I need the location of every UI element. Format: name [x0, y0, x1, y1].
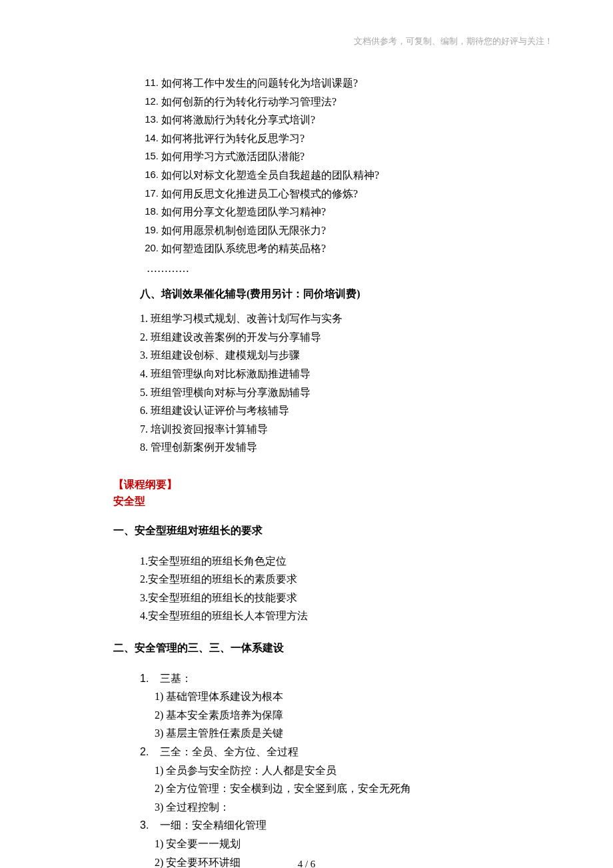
list-item: 15.如何用学习方式激活团队潜能?: [140, 148, 553, 165]
list-item-text: 如何用反思文化推进员工心智模式的修炼?: [161, 185, 358, 203]
list-item: 3. 班组建设创标、建模规划与步骤: [140, 347, 553, 364]
list-item-number: 20.: [140, 240, 161, 257]
list-item: 19.如何用愿景机制创造团队无限张力?: [140, 222, 553, 239]
list-item-number: 11.: [140, 75, 161, 92]
group-number: 3.: [140, 817, 149, 834]
group-sub-item: 1) 全员参与安全防控：人人都是安全员: [155, 762, 553, 779]
ellipsis-line: …………: [147, 260, 553, 277]
list-item-number: 19.: [140, 222, 161, 239]
page-content: 11.如何将工作中发生的问题转化为培训课题?12.如何创新的行为转化行动学习管理…: [113, 75, 553, 868]
list-item: 7. 培训投资回报率计算辅导: [140, 421, 553, 438]
list-item: 18.如何用分享文化塑造团队学习精神?: [140, 203, 553, 221]
section7-list: 11.如何将工作中发生的问题转化为培训课题?12.如何创新的行为转化行动学习管理…: [140, 75, 553, 257]
section8-list: 1. 班组学习模式规划、改善计划写作与实务2. 班组建设改善案例的开发与分享辅导…: [140, 310, 553, 456]
list-item: 13.如何将激励行为转化分享式培训?: [140, 111, 553, 129]
course-outline-label: 【课程纲要】: [113, 476, 553, 493]
heading-1-list: 1.安全型班组的班组长角色定位2.安全型班组的班组长的素质要求3.安全型班组的班…: [140, 553, 553, 625]
list-item-text: 如何用愿景机制创造团队无限张力?: [161, 222, 326, 239]
list-item-number: 16.: [140, 167, 161, 184]
group-sub-item: 3) 全过程控制：: [155, 799, 553, 816]
list-item-text: 如何用学习方式激活团队潜能?: [161, 148, 305, 165]
course-outline-sub: 安全型: [113, 493, 553, 510]
group-sub-item: 1) 基础管理体系建设为根本: [155, 688, 553, 705]
list-item-number: 13.: [140, 111, 161, 129]
group-sub-item: 1) 安全要一一规划: [155, 835, 553, 853]
heading-2: 二、安全管理的三、三、一体系建设: [113, 639, 553, 657]
page-number: 4 / 6: [0, 856, 613, 868]
list-item: 6. 班组建设认证评价与考核辅导: [140, 402, 553, 419]
list-item-number: 12.: [140, 93, 161, 111]
list-item-text: 如何以对标文化塑造全员自我超越的团队精神?: [161, 167, 379, 184]
list-item: 3.安全型班组的班组长的技能要求: [140, 589, 553, 607]
list-item: 8. 管理创新案例开发辅导: [140, 439, 553, 456]
list-item-number: 15.: [140, 148, 161, 165]
list-item-number: 18.: [140, 203, 161, 221]
list-item-text: 如何用分享文化塑造团队学习精神?: [161, 203, 326, 221]
list-item: 20.如何塑造团队系统思考的精英品格?: [140, 240, 553, 257]
list-item: 4. 班组管理纵向对比标激励推进辅导: [140, 365, 553, 383]
list-item: 5. 班组管理横向对标与分享激励辅导: [140, 384, 553, 401]
list-item: 2. 班组建设改善案例的开发与分享辅导: [140, 329, 553, 346]
list-item: 1. 班组学习模式规划、改善计划写作与实务: [140, 310, 553, 327]
list-item: 11.如何将工作中发生的问题转化为培训课题?: [140, 75, 553, 92]
list-item-number: 17.: [140, 185, 161, 203]
group-title: 2. 三全：全员、全方位、全过程: [140, 743, 553, 761]
group-number: 1.: [140, 670, 149, 687]
group-title: 3. 一细：安全精细化管理: [140, 817, 553, 834]
list-item-text: 如何将工作中发生的问题转化为培训课题?: [161, 75, 358, 92]
list-item-text: 如何将激励行为转化分享式培训?: [161, 111, 315, 129]
heading-1: 一、安全型班组对班组长的要求: [113, 522, 553, 539]
group-title: 1. 三基：: [140, 670, 553, 687]
list-item: 1.安全型班组的班组长角色定位: [140, 553, 553, 570]
heading-2-groups: 1. 三基：1) 基础管理体系建设为根本2) 基本安全素质培养为保障3) 基层主…: [140, 670, 553, 868]
list-item-text: 如何创新的行为转化行动学习管理法?: [161, 93, 336, 111]
group-sub-item: 2) 全方位管理：安全横到边，安全竖到底，安全无死角: [155, 780, 553, 797]
section8-heading: 八、培训效果催化辅导(费用另计：同价培训费): [140, 285, 553, 303]
list-item: 12.如何创新的行为转化行动学习管理法?: [140, 93, 553, 111]
list-item: 17.如何用反思文化推进员工心智模式的修炼?: [140, 185, 553, 203]
list-item: 2.安全型班组的班组长的素质要求: [140, 571, 553, 588]
list-item: 4.安全型班组的班组长人本管理方法: [140, 607, 553, 625]
watermark-text: 文档供参考，可复制、编制，期待您的好评与关注！: [354, 35, 553, 49]
list-item-text: 如何将批评行为转化反思学习?: [161, 130, 305, 147]
document-page: 文档供参考，可复制、编制，期待您的好评与关注！ 11.如何将工作中发生的问题转化…: [0, 0, 613, 868]
group-sub-item: 2) 基本安全素质培养为保障: [155, 707, 553, 724]
list-item: 14.如何将批评行为转化反思学习?: [140, 130, 553, 147]
group-sub-item: 3) 基层主管胜任素质是关键: [155, 725, 553, 742]
group-number: 2.: [140, 743, 149, 761]
list-item-text: 如何塑造团队系统思考的精英品格?: [161, 240, 326, 257]
list-item: 16.如何以对标文化塑造全员自我超越的团队精神?: [140, 167, 553, 184]
list-item-number: 14.: [140, 130, 161, 147]
